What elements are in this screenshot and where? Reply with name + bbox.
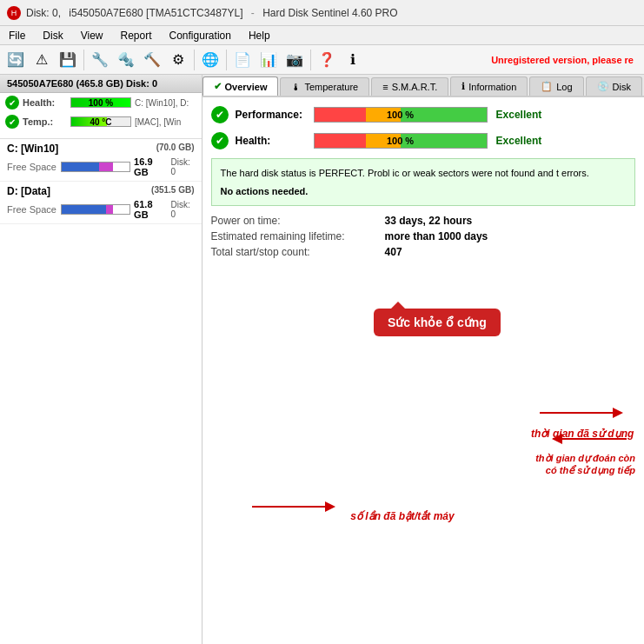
tab-information-icon: ℹ [461,81,465,92]
annotation-count: số lần đã bật/tắt máy [243,494,455,522]
start-stop-value: 407 [385,246,402,258]
performance-bar: 100 % [314,107,488,123]
temp-bar: 40 °C [70,116,131,127]
health-result: Excellent [496,135,542,147]
menu-bar: File Disk View Report Configuration Help [0,26,644,45]
perf-bar-red [315,108,366,122]
partition-d-disk: Disk: 0 [170,200,194,219]
tab-information[interactable]: ℹ Information [450,76,528,96]
arrow-svg-remaining [548,426,635,452]
tab-bar: ✔ Overview 🌡 Temperature ≡ S.M.A.R.T. ℹ … [202,75,644,97]
tab-temperature[interactable]: 🌡 Temperature [280,77,369,96]
partition-c-free-value: 16.9 GB [134,156,165,177]
tab-disk[interactable]: 💿 Disk [586,76,642,96]
remaining-value: more than 1000 days [385,230,488,242]
temp-label: Temp.: [23,116,70,127]
partition-c-sub: Free Space 16.9 GB Disk: 0 [7,156,195,177]
partition-c-bar-empty [113,163,130,171]
alert-button[interactable]: ⚠ [30,48,54,72]
menu-view[interactable]: View [76,28,109,43]
partition-c-name: C: [Win10] [7,143,58,155]
camera-button[interactable]: 📷 [282,48,307,72]
partition-c-size: (70.0 GB) [156,143,195,155]
tool4-button[interactable]: ⚙ [166,48,190,72]
disk1-button[interactable]: 💾 [56,48,80,72]
health-bar: 100 % [70,97,131,108]
temp-drives: [MAC], [Win [135,117,181,127]
tab-overview-label: Overview [225,82,268,92]
performance-label: Performance: [236,109,314,121]
partition-d-bar-blue [62,205,106,214]
tool1-button[interactable]: 🔧 [88,48,112,72]
health-bar-metric: 100 % [314,133,488,149]
annotation-count-text: số lần đã bật/tắt máy [350,510,454,522]
partition-c[interactable]: C: [Win10] (70.0 GB) Free Space 16.9 GB … [0,139,202,182]
toolbar-separator-4 [310,50,311,70]
menu-report[interactable]: Report [115,28,156,43]
partition-c-bar [61,162,130,172]
app-icon: H [7,6,21,20]
globe-button[interactable]: 🌐 [198,48,222,72]
tab-smart-icon: ≡ [382,82,388,92]
partition-d-free-value: 61.8 GB [134,199,165,220]
tab-disk-icon: 💿 [597,81,609,92]
partition-d-size: (351.5 GB) [151,185,194,197]
toolbar-separator-2 [194,50,195,70]
menu-disk[interactable]: Disk [37,28,68,43]
tab-temperature-icon: 🌡 [291,82,301,92]
left-panel: 545050A7E680 (465.8 GB) Disk: 0 ✔ Health… [0,75,202,644]
tooltip-bubble: Sức khỏe ổ cứng [374,309,501,336]
partition-d-bar-empty [113,205,130,214]
health-label: Health: [23,97,70,108]
status-box: The hard disk status is PERFECT. Probl i… [211,158,635,206]
partition-c-bar-blue [62,163,99,171]
tab-smart[interactable]: ≡ S.M.A.R.T. [371,77,448,96]
health-icon: ✔ [5,96,19,110]
toolbar: 🔄 ⚠ 💾 🔧 🔩 🔨 ⚙ 🌐 📄 📊 📷 ❓ ℹ Unregistered v… [0,45,644,75]
arrow-svg-time [531,400,635,426]
tab-log[interactable]: 📋 Log [529,76,583,96]
annotation-remaining-text: thời gian dự đoán còncó thể sử dụng tiếp [535,453,635,475]
no-action-text: No actions needed. [221,184,626,199]
chart-button[interactable]: 📊 [256,48,281,72]
menu-configuration[interactable]: Configuration [164,28,236,43]
tab-overview[interactable]: ✔ Overview [202,76,279,96]
tab-log-icon: 📋 [541,81,553,92]
unregistered-notice: Unregistered version, please re [491,55,641,65]
health-metric-icon: ✔ [211,132,229,149]
help-button[interactable]: ❓ [315,48,339,72]
tab-overview-icon: ✔ [214,81,222,92]
partition-c-bar-pink [99,163,113,171]
performance-result: Excellent [496,109,542,121]
partition-c-free-label: Free Space [7,162,61,172]
annotation-remaining: thời gian dự đoán còncó thể sử dụng tiếp [535,426,635,476]
health-bar-red [315,134,366,148]
tool3-button[interactable]: 🔨 [140,48,164,72]
refresh-button[interactable]: 🔄 [3,48,28,72]
arrow-svg-count [243,494,348,520]
health-bar-text: 100 % [71,98,130,108]
power-on-row: Power on time: 33 days, 22 hours [211,215,635,227]
partition-d[interactable]: D: [Data] (351.5 GB) Free Space 61.8 GB … [0,182,202,224]
right-panel: ✔ Overview 🌡 Temperature ≡ S.M.A.R.T. ℹ … [202,75,644,644]
performance-icon: ✔ [211,106,229,123]
start-stop-label: Total start/stop count: [211,246,385,258]
disk-header: 545050A7E680 (465.8 GB) Disk: 0 [0,75,202,93]
toolbar-separator-1 [83,50,84,70]
toolbar-separator-3 [226,50,227,70]
tool2-button[interactable]: 🔩 [114,48,138,72]
tab-disk-label: Disk [613,82,631,92]
menu-help[interactable]: Help [243,28,276,43]
performance-row: ✔ Performance: 100 % Excellent [211,106,635,123]
info-button[interactable]: ℹ [341,48,365,72]
report-button[interactable]: 📄 [230,48,255,72]
temp-row: ✔ Temp.: 40 °C [MAC], [Win [0,112,202,131]
health-value: 100 % [387,136,414,146]
status-text: The hard disk status is PERFECT. Probl i… [221,168,589,178]
menu-file[interactable]: File [3,28,30,43]
partition-d-bar [61,204,130,215]
title-bar: H Disk: 0, i545050A7E680 [TMA51CTC3487YL… [0,0,644,26]
partition-c-header: C: [Win10] (70.0 GB) [7,143,195,155]
health-metric-row: ✔ Health: 100 % Excellent [211,132,635,149]
partition-d-name: D: [Data] [7,185,50,197]
